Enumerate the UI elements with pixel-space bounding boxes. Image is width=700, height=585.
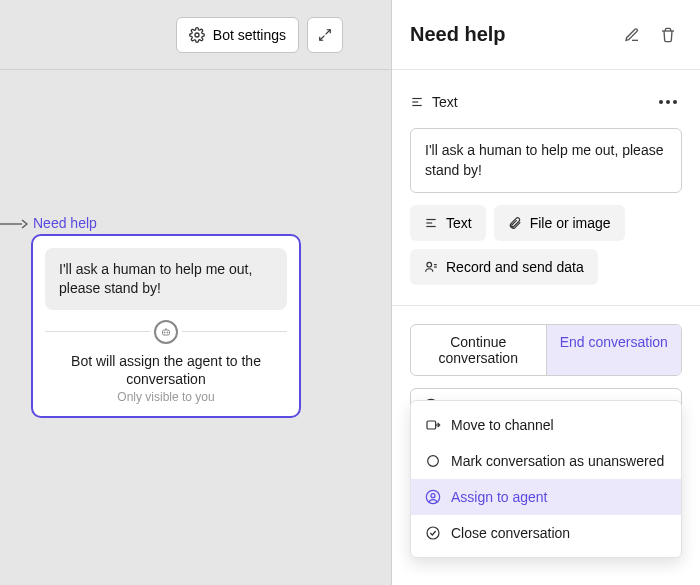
check-circle-icon — [425, 525, 441, 541]
end-action-dropdown: Move to channel Mark conversation as una… — [410, 400, 682, 558]
side-panel: Need help Text I — [392, 0, 700, 585]
dropdown-label: Close conversation — [451, 525, 570, 541]
message-text-input[interactable]: I'll ask a human to help me out, please … — [410, 128, 682, 193]
paperclip-icon — [508, 216, 522, 230]
conversation-mode-toggle: Continue conversation End conversation — [410, 324, 682, 376]
dropdown-item-assign-agent[interactable]: Assign to agent — [411, 479, 681, 515]
dropdown-label: Assign to agent — [451, 489, 548, 505]
dropdown-label: Mark conversation as unanswered — [451, 453, 664, 469]
svg-point-3 — [167, 332, 168, 333]
delete-button[interactable] — [654, 21, 682, 49]
edit-button[interactable] — [618, 21, 646, 49]
record-data-icon — [424, 260, 438, 274]
svg-point-10 — [431, 494, 435, 498]
block-type-label: Text — [432, 94, 654, 110]
node-divider — [45, 320, 287, 344]
panel-divider — [392, 305, 700, 306]
add-text-label: Text — [446, 215, 472, 231]
svg-point-9 — [426, 490, 439, 503]
bot-settings-button[interactable]: Bot settings — [176, 17, 299, 53]
dropdown-item-move-to-channel[interactable]: Move to channel — [411, 407, 681, 443]
panel-title: Need help — [410, 23, 610, 46]
bot-icon — [154, 320, 178, 344]
node-visibility-hint: Only visible to you — [45, 390, 287, 404]
continue-conversation-tab[interactable]: Continue conversation — [411, 325, 546, 375]
trash-icon — [660, 27, 676, 43]
add-record-label: Record and send data — [446, 259, 584, 275]
svg-point-8 — [428, 456, 439, 467]
expand-icon — [318, 28, 332, 42]
text-block-header: Text — [410, 88, 682, 116]
svg-point-0 — [195, 33, 199, 37]
pencil-icon — [624, 27, 640, 43]
flow-canvas[interactable]: Bot settings Need help I'll ask a human … — [0, 0, 392, 585]
block-more-button[interactable] — [654, 88, 682, 116]
flow-node[interactable]: I'll ask a human to help me out, please … — [31, 234, 301, 418]
text-lines-icon — [424, 216, 438, 230]
svg-point-2 — [164, 332, 165, 333]
dropdown-item-close-conversation[interactable]: Close conversation — [411, 515, 681, 551]
dropdown-label: Move to channel — [451, 417, 554, 433]
panel-header: Need help — [392, 0, 700, 70]
gear-icon — [189, 27, 205, 43]
svg-rect-7 — [427, 421, 436, 429]
node-action-text: Bot will assign the agent to the convers… — [45, 352, 287, 388]
end-conversation-tab[interactable]: End conversation — [546, 325, 682, 375]
svg-point-4 — [427, 263, 432, 268]
expand-button[interactable] — [307, 17, 343, 53]
text-lines-icon — [410, 95, 424, 109]
svg-point-11 — [427, 527, 439, 539]
dropdown-item-mark-unanswered[interactable]: Mark conversation as unanswered — [411, 443, 681, 479]
move-channel-icon — [425, 417, 441, 433]
add-text-button[interactable]: Text — [410, 205, 486, 241]
connector-arrow-icon — [0, 218, 28, 230]
node-title[interactable]: Need help — [33, 215, 97, 231]
add-record-button[interactable]: Record and send data — [410, 249, 598, 285]
user-circle-icon — [425, 489, 441, 505]
add-file-label: File or image — [530, 215, 611, 231]
node-message-bubble: I'll ask a human to help me out, please … — [45, 248, 287, 310]
canvas-toolbar: Bot settings — [0, 0, 391, 70]
circle-icon — [425, 453, 441, 469]
add-file-button[interactable]: File or image — [494, 205, 625, 241]
bot-settings-label: Bot settings — [213, 27, 286, 43]
